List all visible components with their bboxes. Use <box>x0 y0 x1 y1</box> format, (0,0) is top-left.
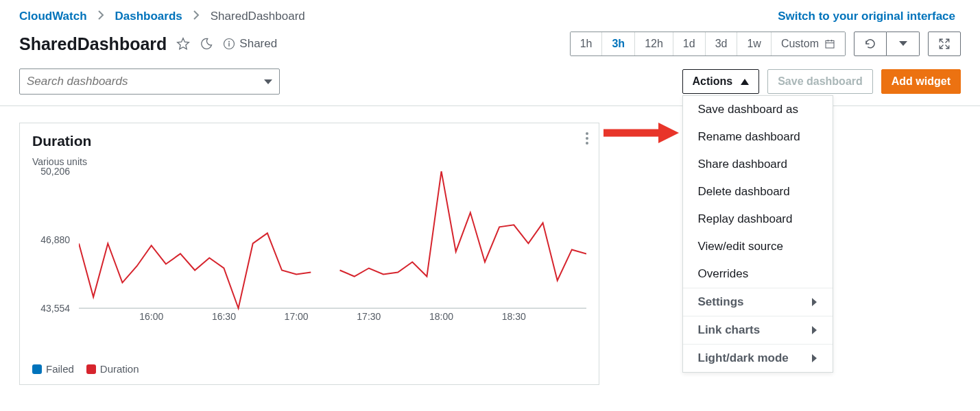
legend-item-duration[interactable]: Duration <box>86 363 139 375</box>
legend-swatch <box>86 364 96 374</box>
legend-label: Duration <box>100 363 139 375</box>
title-row: SharedDashboard Shared 1h3h12h1d3d1wCust… <box>0 29 980 64</box>
time-range-3d[interactable]: 3d <box>706 32 738 55</box>
svg-rect-3 <box>826 40 834 48</box>
menu-item-light-dark-mode[interactable]: Light/dark mode <box>683 344 833 372</box>
menu-item-view-edit-source[interactable]: View/edit source <box>683 233 833 260</box>
title-icons: Shared <box>176 37 277 51</box>
x-tick: 17:00 <box>285 311 309 322</box>
refresh-dropdown[interactable] <box>887 32 920 56</box>
fullscreen-button[interactable] <box>928 32 961 56</box>
refresh-button[interactable] <box>854 32 887 56</box>
chevron-right-icon <box>812 354 817 362</box>
save-dashboard-button: Save dashboard <box>767 69 873 94</box>
menu-item-rename-dashboard[interactable]: Rename dashboard <box>683 123 833 151</box>
time-range-selector: 1h3h12h1d3d1wCustom <box>570 32 846 56</box>
toolbar-right: 1h3h12h1d3d1wCustom <box>570 32 961 56</box>
series-duration <box>79 233 311 308</box>
breadcrumb-dashboards[interactable]: Dashboards <box>115 10 182 23</box>
time-range-12h[interactable]: 12h <box>635 32 673 55</box>
series-duration <box>340 171 586 281</box>
actions-button[interactable]: Actions <box>682 69 760 94</box>
breadcrumb-sep <box>98 10 104 23</box>
time-range-1w[interactable]: 1w <box>737 32 771 55</box>
menu-item-overrides[interactable]: Overrides <box>683 260 833 288</box>
time-range-3h[interactable]: 3h <box>602 32 635 55</box>
actions-button-label: Actions <box>693 75 733 88</box>
menu-item-share-dashboard[interactable]: Share dashboard <box>683 151 833 178</box>
svg-point-8 <box>586 132 588 135</box>
menu-item-save-dashboard-as[interactable]: Save dashboard as <box>683 96 833 123</box>
shared-badge-text: Shared <box>239 37 277 51</box>
svg-rect-2 <box>229 43 230 47</box>
second-row-right: Actions Save dashboard asRename dashboar… <box>682 69 961 94</box>
page-title: SharedDashboard <box>19 34 167 54</box>
legend-item-failed[interactable]: Failed <box>32 363 74 375</box>
breadcrumb-root[interactable]: CloudWatch <box>19 10 87 23</box>
refresh-group <box>854 32 920 56</box>
search-input[interactable] <box>27 75 264 88</box>
shared-badge: Shared <box>223 37 277 51</box>
x-tick: 18:30 <box>502 311 526 322</box>
x-tick: 18:00 <box>429 311 453 322</box>
chevron-right-icon <box>812 298 817 306</box>
widget-title: Duration <box>32 133 589 149</box>
widget-kebab-icon[interactable] <box>585 132 589 148</box>
star-icon[interactable] <box>176 37 190 51</box>
menu-item-replay-dashboard[interactable]: Replay dashboard <box>683 206 833 233</box>
x-tick: 16:00 <box>139 311 163 322</box>
menu-item-delete-dashboard[interactable]: Delete dashboard <box>683 178 833 206</box>
chevron-right-icon <box>812 326 817 334</box>
y-axis-label: Various units <box>32 156 589 167</box>
add-widget-button[interactable]: Add widget <box>881 69 961 94</box>
switch-interface-link[interactable]: Switch to your original interface <box>778 10 955 23</box>
info-icon <box>223 38 235 50</box>
search-dashboards[interactable] <box>19 68 280 95</box>
time-range-1h[interactable]: 1h <box>571 32 603 55</box>
svg-point-9 <box>586 137 588 140</box>
triangle-up-icon <box>741 78 749 85</box>
svg-point-10 <box>586 142 588 145</box>
chart-legend: FailedDuration <box>32 336 589 375</box>
actions-dropdown: Save dashboard asRename dashboardShare d… <box>682 95 833 373</box>
x-tick: 17:30 <box>357 311 381 322</box>
arrow-annotation <box>603 123 679 143</box>
chart-plot[interactable] <box>79 171 589 312</box>
second-row: Actions Save dashboard asRename dashboar… <box>0 64 980 105</box>
chevron-down-icon[interactable] <box>264 75 272 88</box>
x-tick: 16:30 <box>212 311 236 322</box>
time-range-custom[interactable]: Custom <box>772 32 845 55</box>
menu-item-link-charts[interactable]: Link charts <box>683 316 833 344</box>
chart-area: 50,20646,88043,554 16:0016:3017:0017:301… <box>32 171 589 336</box>
divider <box>0 105 980 106</box>
y-tick: 46,880 <box>32 234 70 245</box>
menu-item-settings[interactable]: Settings <box>683 288 833 316</box>
breadcrumb-sep <box>193 10 200 23</box>
breadcrumb-current: SharedDashboard <box>211 10 305 23</box>
svg-point-1 <box>228 41 230 42</box>
y-tick: 50,206 <box>32 166 70 177</box>
breadcrumb: CloudWatch Dashboards SharedDashboard Sw… <box>0 0 980 29</box>
legend-label: Failed <box>46 363 74 375</box>
legend-swatch <box>32 364 42 374</box>
calendar-icon <box>824 38 835 49</box>
y-tick: 43,554 <box>32 303 70 314</box>
chart-widget: Duration Various units 50,20646,88043,55… <box>19 123 599 385</box>
moon-icon[interactable] <box>200 37 213 51</box>
time-range-1d[interactable]: 1d <box>673 32 706 55</box>
